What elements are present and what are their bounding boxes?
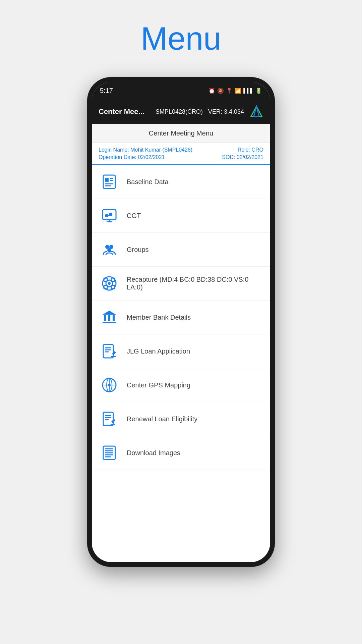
svg-marker-1 xyxy=(254,106,259,116)
status-bar: 5:17 ⏰ 🔕 📍 📶 ▌▌▌ 🔋 xyxy=(92,82,270,99)
operation-date-label: Operation Date: 02/02/2021 xyxy=(99,154,192,160)
menu-item-renewal-loan-eligibility[interactable]: Renewal Loan Eligibility xyxy=(92,402,270,436)
loan-app-icon xyxy=(100,342,119,361)
center-gps-mapping-label: Center GPS Mapping xyxy=(127,381,190,389)
svg-rect-21 xyxy=(111,278,115,281)
battery-icon: 🔋 xyxy=(255,88,262,94)
app-header: Center Mee... SMPL0428(CRO) VER: 3.4.034 xyxy=(92,99,270,124)
user-info-left: Login Name: Mohit Kumar (SMPL0428) Opera… xyxy=(99,147,192,160)
menu-item-baseline-data[interactable]: Baseline Data xyxy=(92,165,270,199)
svg-marker-24 xyxy=(103,311,116,315)
status-time: 5:17 xyxy=(100,87,113,95)
jlg-loan-application-label: JLG Loan Application xyxy=(127,347,190,355)
svg-rect-22 xyxy=(104,285,107,289)
recapture-label: Recapture (MD:4 BC:0 BD:38 DC:0 VS:0 LA:… xyxy=(127,276,262,291)
menu-item-jlg-loan-application[interactable]: JLG Loan Application xyxy=(92,334,270,368)
menu-item-groups[interactable]: Groups xyxy=(92,233,270,267)
menu-item-cgt[interactable]: CGT xyxy=(92,199,270,233)
svg-rect-28 xyxy=(103,322,116,323)
alarm-icon: ⏰ xyxy=(208,88,215,94)
groups-label: Groups xyxy=(127,246,149,254)
app-header-user: SMPL0428(CRO) xyxy=(156,108,203,115)
app-header-title: Center Mee... xyxy=(99,107,150,116)
login-name-label: Login Name: Mohit Kumar (SMPL0428) xyxy=(99,147,192,153)
menu-item-recapture[interactable]: Recapture (MD:4 BC:0 BD:38 DC:0 VS:0 LA:… xyxy=(92,267,270,301)
svg-rect-27 xyxy=(113,315,115,321)
renewal-loan-eligibility-label: Renewal Loan Eligibility xyxy=(127,415,197,423)
phone-frame: 5:17 ⏰ 🔕 📍 📶 ▌▌▌ 🔋 Center Mee... SMPL042… xyxy=(87,77,275,567)
svg-point-15 xyxy=(109,245,113,249)
svg-point-38 xyxy=(108,384,111,386)
member-bank-details-label: Member Bank Details xyxy=(127,314,191,321)
bank-icon xyxy=(100,308,119,327)
menu-list: Baseline Data CGT xyxy=(92,165,270,562)
phone-screen: 5:17 ⏰ 🔕 📍 📶 ▌▌▌ 🔋 Center Mee... SMPL042… xyxy=(92,82,270,562)
svg-point-19 xyxy=(108,282,111,285)
user-info-right: Role: CRO SOD: 02/02/2021 xyxy=(222,147,263,160)
svg-rect-2 xyxy=(103,175,115,189)
app-header-version: VER: 3.4.034 xyxy=(208,108,244,115)
svg-point-14 xyxy=(105,245,109,249)
renewal-icon xyxy=(100,410,119,428)
svg-rect-26 xyxy=(108,315,110,321)
download-icon xyxy=(100,443,119,462)
page-title: Menu xyxy=(141,20,221,57)
svg-rect-29 xyxy=(103,344,113,358)
baseline-data-label: Baseline Data xyxy=(127,178,169,186)
status-icons: ⏰ 🔕 📍 📶 ▌▌▌ 🔋 xyxy=(208,88,262,94)
svg-rect-25 xyxy=(104,315,106,321)
menu-item-download-images[interactable]: Download Images xyxy=(92,436,270,470)
baseline-data-icon xyxy=(100,172,119,191)
download-images-label: Download Images xyxy=(127,449,180,457)
menu-item-center-gps-mapping[interactable]: Center GPS Mapping xyxy=(92,368,270,402)
groups-icon xyxy=(100,240,119,259)
svg-point-16 xyxy=(107,248,111,252)
wifi-icon: 📶 xyxy=(235,88,241,94)
location-icon: 📍 xyxy=(226,88,233,94)
svg-rect-39 xyxy=(103,412,113,426)
gps-icon xyxy=(100,376,119,394)
svg-rect-20 xyxy=(104,278,107,281)
svg-rect-3 xyxy=(105,178,109,182)
role-label: Role: CRO xyxy=(238,147,263,153)
signal-icon: ▌▌▌ xyxy=(243,88,253,93)
sod-label: SOD: 02/02/2021 xyxy=(222,154,263,160)
cgt-icon xyxy=(100,206,119,225)
recapture-icon xyxy=(100,274,119,293)
cgt-label: CGT xyxy=(127,212,141,220)
menu-title-text: Center Meeting Menu xyxy=(149,129,213,137)
app-logo xyxy=(249,105,263,119)
menu-title-bar: Center Meeting Menu xyxy=(92,124,270,143)
menu-item-member-bank-details[interactable]: Member Bank Details xyxy=(92,301,270,334)
user-info-bar: Login Name: Mohit Kumar (SMPL0428) Opera… xyxy=(92,143,270,165)
mute-icon: 🔕 xyxy=(217,88,224,94)
svg-rect-23 xyxy=(111,285,115,289)
